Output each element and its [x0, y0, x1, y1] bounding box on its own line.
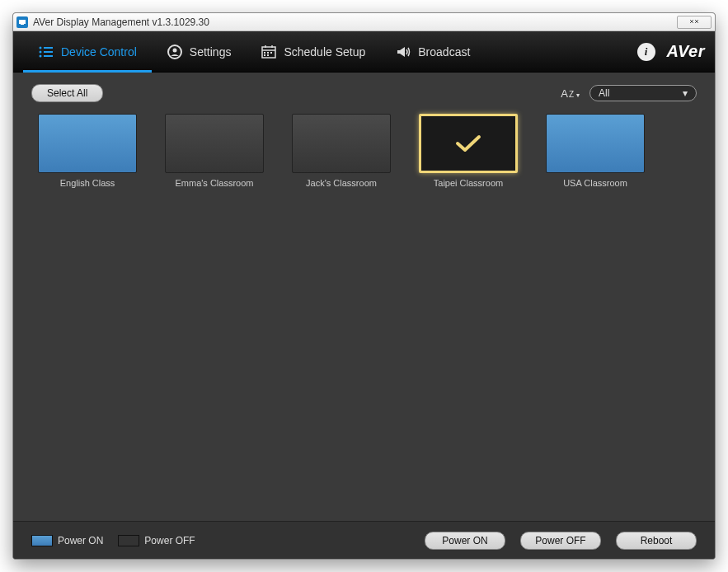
filter-dropdown[interactable]: All ▾ — [589, 85, 697, 101]
device-label: USA Classroom — [563, 178, 627, 188]
filter-value: All — [599, 87, 609, 99]
app-icon — [16, 16, 28, 28]
device-tile[interactable]: Emma's Classroom — [158, 114, 270, 188]
app-window: AVer Display Management v1.3.1029.30 Dev… — [12, 12, 716, 560]
device-tile[interactable]: USA Classroom — [539, 114, 651, 188]
device-tile[interactable]: Taipei Classroom — [412, 114, 524, 188]
svg-point-6 — [40, 54, 42, 57]
tab-label: Broadcast — [418, 45, 470, 59]
swatch-on — [31, 535, 53, 546]
swatch-off — [118, 535, 139, 546]
main-content: Select All AZ▾ All ▾ English ClassEmma's… — [13, 73, 715, 521]
reboot-button[interactable]: Reboot — [616, 532, 697, 550]
check-icon — [454, 134, 482, 153]
device-label: English Class — [60, 178, 115, 188]
tab-schedule[interactable]: Schedule Setup — [246, 31, 380, 73]
tab-label: Settings — [190, 45, 232, 59]
svg-rect-3 — [44, 47, 53, 49]
svg-point-9 — [172, 48, 176, 52]
legend-power-on: Power ON — [31, 535, 103, 546]
tab-label: Device Control — [61, 45, 137, 59]
power-off-button[interactable]: Power OFF — [520, 532, 601, 550]
svg-rect-15 — [267, 52, 269, 54]
svg-rect-18 — [267, 54, 269, 56]
device-screen[interactable] — [419, 114, 518, 173]
list-icon — [38, 44, 54, 60]
select-all-button[interactable]: Select All — [31, 84, 103, 102]
device-tile[interactable]: Jack's Classroom — [285, 114, 397, 188]
calendar-icon — [261, 44, 277, 60]
tab-device-control[interactable]: Device Control — [23, 31, 152, 73]
gear-user-icon — [167, 44, 183, 60]
svg-rect-17 — [264, 54, 265, 56]
tab-settings[interactable]: Settings — [152, 31, 247, 73]
brand-logo: AVer — [667, 42, 705, 61]
sort-button[interactable]: AZ▾ — [561, 87, 580, 100]
nav-bar: Device Control Settings Schedule Setup B… — [13, 31, 715, 73]
tab-broadcast[interactable]: Broadcast — [380, 31, 485, 73]
svg-point-4 — [40, 50, 42, 53]
close-button[interactable] — [677, 16, 712, 29]
device-label: Taipei Classroom — [434, 178, 503, 188]
svg-rect-7 — [44, 55, 53, 57]
megaphone-icon — [395, 44, 411, 60]
svg-rect-0 — [19, 20, 26, 24]
info-button[interactable]: i — [637, 43, 655, 61]
window-title: AVer Display Management v1.3.1029.30 — [33, 16, 677, 28]
svg-rect-1 — [21, 24, 24, 25]
svg-rect-16 — [270, 52, 272, 54]
svg-rect-14 — [264, 52, 265, 54]
tab-label: Schedule Setup — [284, 45, 365, 59]
power-on-button[interactable]: Power ON — [425, 532, 505, 550]
device-screen[interactable] — [38, 114, 137, 173]
titlebar: AVer Display Management v1.3.1029.30 — [13, 13, 715, 31]
device-grid: English ClassEmma's ClassroomJack's Clas… — [13, 110, 715, 191]
toolbar: Select All AZ▾ All ▾ — [13, 73, 715, 110]
footer: Power ON Power OFF Power ON Power OFF Re… — [13, 521, 715, 559]
legend-label: Power ON — [58, 535, 103, 546]
svg-point-2 — [40, 46, 42, 49]
device-tile[interactable]: English Class — [31, 114, 143, 188]
device-screen[interactable] — [292, 114, 391, 173]
device-label: Emma's Classroom — [175, 178, 253, 188]
svg-rect-5 — [44, 51, 53, 53]
device-screen[interactable] — [165, 114, 264, 173]
legend-power-off: Power OFF — [118, 535, 195, 546]
device-label: Jack's Classroom — [306, 178, 377, 188]
chevron-down-icon: ▾ — [683, 87, 688, 99]
device-screen[interactable] — [546, 114, 645, 173]
legend-label: Power OFF — [144, 535, 195, 546]
